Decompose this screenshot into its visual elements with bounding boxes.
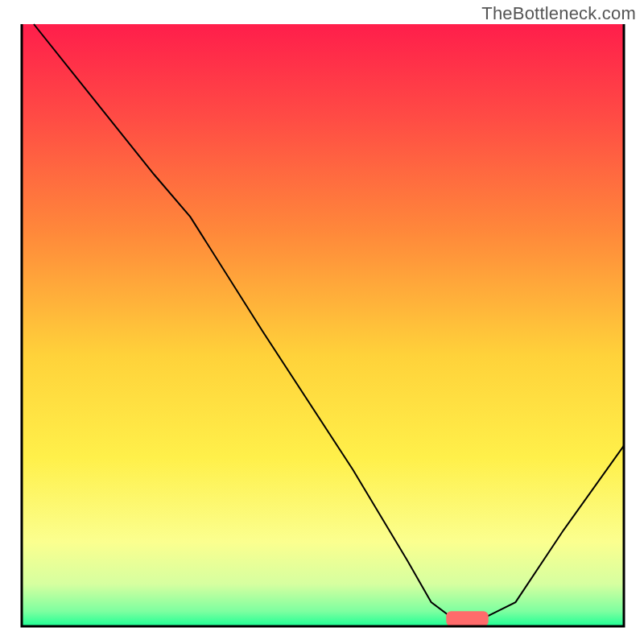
bottleneck-chart	[0, 0, 644, 644]
watermark-text: TheBottleneck.com	[481, 3, 636, 24]
chart-background-gradient	[22, 24, 624, 626]
target-marker	[446, 611, 488, 626]
